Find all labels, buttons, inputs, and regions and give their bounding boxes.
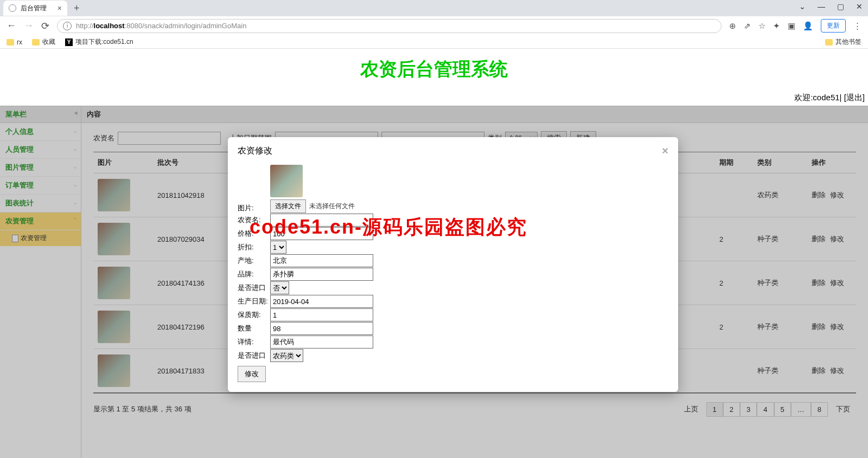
proddate-label: 生产日期: (238, 296, 270, 306)
discount-select[interactable]: 1 (270, 241, 286, 254)
file-select-button[interactable]: 选择文件 (270, 199, 306, 213)
username: code51 (813, 93, 839, 102)
category-select[interactable]: 农药类 (270, 349, 303, 362)
welcome-bar: 欢迎:code51| [退出] (0, 90, 868, 106)
extensions-icon[interactable]: ✦ (773, 21, 780, 31)
shelf-input[interactable] (270, 308, 373, 321)
import-select[interactable]: 否 (270, 281, 289, 294)
bookmark-other[interactable]: 其他书签 (825, 37, 861, 47)
back-button[interactable]: ← (7, 20, 16, 31)
submit-button[interactable]: 修改 (238, 366, 266, 382)
file-status: 未选择任何文件 (309, 202, 355, 210)
image-preview (270, 165, 303, 197)
name-input[interactable] (270, 214, 373, 227)
qty-label: 数量 (238, 324, 270, 333)
discount-label: 折扣: (238, 242, 270, 252)
site-icon: Y (65, 38, 73, 46)
brand-label: 品牌: (238, 269, 270, 279)
maximize-icon[interactable]: ▢ (837, 2, 844, 11)
brand-input[interactable] (270, 268, 373, 281)
address-bar: ← → ⟳ i http://localhost:8080/snack/admi… (0, 16, 868, 35)
close-icon[interactable]: × (58, 4, 62, 12)
url-text: http://localhost:8080/snack/admin/login/… (76, 22, 246, 30)
browser-tab[interactable]: 后台管理 × (3, 1, 67, 16)
page-title: 农资后台管理系统 (0, 57, 868, 82)
price-input[interactable] (270, 227, 373, 240)
qty-input[interactable] (270, 322, 373, 335)
proddate-input[interactable] (270, 295, 373, 308)
folder-icon (32, 39, 40, 46)
bookmark-rx[interactable]: rx (7, 38, 22, 46)
price-label: 价格: (238, 229, 270, 238)
detail-label: 详情: (238, 337, 270, 347)
menu-icon[interactable]: ⋮ (853, 21, 861, 31)
tab-bar: 后台管理 × + ⌄ — ▢ ✕ (0, 0, 868, 16)
origin-input[interactable] (270, 254, 373, 267)
bookmark-fav[interactable]: 收藏 (32, 37, 55, 47)
modal-title: 农资修改 (238, 145, 272, 157)
url-input[interactable]: i http://localhost:8080/snack/admin/logi… (57, 19, 722, 33)
logout-link[interactable]: [退出] (844, 93, 865, 102)
image-label: 图片: (238, 203, 270, 213)
close-window-icon[interactable]: ✕ (856, 2, 863, 11)
chevron-down-icon[interactable]: ⌄ (799, 2, 806, 11)
forward-button[interactable]: → (24, 20, 34, 31)
folder-icon (825, 39, 833, 46)
new-tab-button[interactable]: + (74, 3, 80, 14)
bookmark-icon[interactable]: ☆ (758, 21, 765, 31)
bookmark-bar: rx 收藏 Y项目下载:code51.cn 其他书签 (0, 35, 868, 49)
minimize-icon[interactable]: — (818, 2, 825, 11)
import-label: 是否进口 (238, 283, 270, 293)
site-info-icon[interactable]: i (63, 22, 72, 30)
update-button[interactable]: 更新 (821, 19, 846, 33)
folder-icon (7, 39, 14, 46)
app-header: 农资后台管理系统 (0, 49, 868, 90)
modal-body: 图片: 选择文件未选择任何文件 农资名: 价格: 折扣:1 产地: 品牌: 是否… (228, 165, 678, 392)
modal-header: 农资修改 × (228, 137, 678, 165)
share-icon[interactable]: ⇗ (744, 21, 751, 31)
profile-icon[interactable]: 👤 (803, 21, 813, 31)
name-label: 农资名: (238, 215, 270, 225)
search-icon[interactable]: ⊕ (729, 21, 736, 31)
browser-chrome: 后台管理 × + ⌄ — ▢ ✕ ← → ⟳ i http://localhos… (0, 0, 868, 49)
tab-title: 后台管理 (21, 4, 47, 13)
toolbar-right: ⊕ ⇗ ☆ ✦ ▣ 👤 更新 ⋮ (729, 19, 861, 33)
bookmark-dl[interactable]: Y项目下载:code51.cn (65, 37, 133, 47)
favicon-icon (9, 4, 16, 12)
close-icon[interactable]: × (662, 145, 668, 157)
window-controls: ⌄ — ▢ ✕ (799, 2, 863, 11)
category-label: 是否进口 (238, 351, 270, 360)
reload-button[interactable]: ⟳ (41, 20, 49, 32)
edit-modal: 农资修改 × 图片: 选择文件未选择任何文件 农资名: 价格: 折扣:1 产地:… (228, 137, 678, 392)
sidepanel-icon[interactable]: ▣ (788, 21, 795, 31)
detail-input[interactable] (270, 336, 373, 349)
shelf-label: 保质期: (238, 310, 270, 320)
origin-label: 产地: (238, 256, 270, 266)
